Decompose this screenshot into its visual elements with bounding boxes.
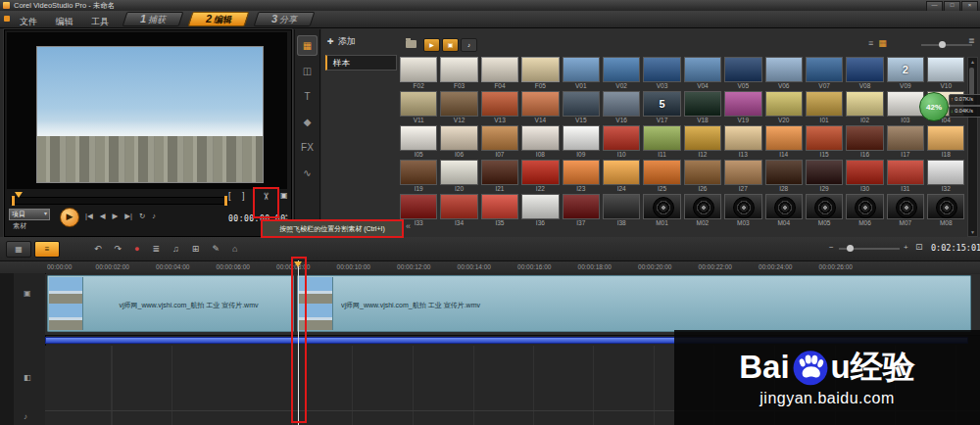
track-manager-button[interactable]: ⊞ (192, 242, 200, 256)
slider-knob[interactable] (939, 41, 946, 48)
video-clip-1[interactable]: vj师网_www.vjshi.com_航拍 工业 宣传片.wmv (47, 275, 294, 332)
library-thumb-V16[interactable]: V16 (603, 91, 640, 123)
library-thumb-I11[interactable]: I11 (643, 125, 680, 158)
timeline-view-button[interactable]: ≡ (34, 241, 60, 258)
volume-button[interactable]: ♪ (152, 211, 156, 222)
menu-file[interactable]: 文件 (13, 14, 44, 30)
library-thumb-I32[interactable]: I32 (927, 160, 964, 192)
library-thumb-I21[interactable]: I21 (481, 160, 518, 192)
transition-tab[interactable]: ◫ (297, 61, 318, 81)
library-thumb-I25[interactable]: I25 (643, 160, 680, 192)
library-thumb-V19[interactable]: V19 (724, 91, 761, 123)
record-button[interactable]: ● (134, 242, 139, 256)
preview-scrubber[interactable] (11, 197, 228, 205)
filter-photo-button[interactable]: ▣ (442, 38, 459, 52)
library-thumb-M04[interactable]: M04 (765, 194, 803, 226)
zoom-slider-knob[interactable] (847, 245, 854, 252)
library-thumb-I35[interactable]: I35 (481, 194, 518, 226)
library-thumb-I18[interactable]: I18 (927, 125, 964, 158)
library-thumb-V05[interactable]: V05 (724, 57, 761, 89)
library-thumb-I28[interactable]: I28 (765, 160, 803, 192)
enlarge-button[interactable]: ▣ (280, 191, 288, 200)
library-scrollbar[interactable]: ▲ ▼ (967, 57, 978, 237)
zoom-in-icon[interactable]: + (904, 243, 908, 252)
library-thumb-V10[interactable]: V10 (927, 57, 964, 89)
library-thumb-I20[interactable]: I20 (440, 160, 477, 192)
library-thumb-V01[interactable]: V01 (563, 57, 600, 89)
library-thumb-V18[interactable]: V18 (684, 91, 721, 123)
filter-video-button[interactable]: ▶ (423, 38, 440, 52)
undo-button[interactable]: ↶ (94, 242, 102, 256)
import-folder-icon[interactable] (406, 40, 416, 48)
network-speed-widget[interactable]: 42% ↑ 0.07K/s ↓ 0.04K/s (919, 90, 980, 125)
trim-end-handle[interactable] (224, 196, 227, 206)
library-thumb-I31[interactable]: I31 (887, 160, 924, 192)
menu-edit[interactable]: 编辑 (48, 14, 79, 30)
library-thumb-I02[interactable]: I02 (846, 91, 883, 123)
scrubber-position-marker[interactable] (15, 192, 23, 202)
library-thumb-I29[interactable]: I29 (806, 160, 843, 192)
library-thumb-I30[interactable]: I30 (846, 160, 883, 192)
library-thumb-V17[interactable]: 5V17 (643, 91, 680, 123)
title-tab[interactable]: T (297, 86, 318, 107)
mark-in-button[interactable]: [ (228, 191, 231, 201)
library-thumb-I38[interactable]: I38 (603, 194, 640, 226)
library-category-sample[interactable]: 样本 (325, 55, 397, 71)
next-frame-button[interactable]: ▶ (113, 211, 119, 222)
library-thumb-M03[interactable]: M03 (724, 194, 761, 226)
collapse-icon[interactable]: « (406, 221, 411, 231)
music-track-header[interactable]: ♪ (24, 412, 27, 421)
filter-audio-button[interactable]: ♪ (461, 38, 477, 52)
library-thumb-F05[interactable]: F05 (521, 57, 559, 89)
thumbnail-size-slider[interactable] (921, 44, 972, 46)
list-view-button[interactable]: ≡ (868, 38, 873, 48)
prev-frame-button[interactable]: ◀ (100, 211, 106, 222)
home-button[interactable]: |◀ (85, 211, 93, 222)
library-thumb-V07[interactable]: V07 (806, 57, 843, 89)
repeat-button[interactable]: ↻ (139, 211, 145, 222)
library-thumb-I13[interactable]: I13 (724, 125, 761, 158)
end-button[interactable]: ▶| (124, 211, 132, 222)
library-thumb-I06[interactable]: I06 (440, 125, 477, 158)
library-thumb-I23[interactable]: I23 (563, 160, 600, 192)
library-thumb-M07[interactable]: M07 (887, 194, 924, 226)
playback-mode-select[interactable]: 项目▾ (9, 209, 50, 220)
library-thumb-M02[interactable]: M02 (684, 194, 721, 226)
library-thumb-V06[interactable]: V06 (765, 57, 803, 89)
library-thumb-V12[interactable]: V12 (440, 91, 477, 123)
library-thumb-V08[interactable]: V08 (846, 57, 883, 89)
library-thumb-I15[interactable]: I15 (806, 125, 843, 158)
storyboard-view-button[interactable]: ▦ (6, 241, 31, 258)
library-thumb-I14[interactable]: I14 (765, 125, 803, 158)
media-library-tab[interactable]: ▦ (297, 35, 318, 56)
chapter-button[interactable]: ⌂ (232, 242, 237, 256)
zoom-out-icon[interactable]: − (829, 243, 834, 252)
library-thumb-I36[interactable]: I36 (521, 194, 559, 226)
sound-mixer-button[interactable]: ≣ (153, 242, 161, 256)
library-thumb-V03[interactable]: V03 (643, 57, 680, 89)
video-clip-2[interactable]: vj师网_www.vjshi.com_航拍 工业 宣传片.wmv (297, 275, 971, 332)
scroll-down-icon[interactable]: ▼ (968, 228, 977, 236)
library-thumb-I19[interactable]: I19 (400, 160, 437, 192)
library-thumb-I16[interactable]: I16 (846, 125, 883, 158)
library-thumb-V13[interactable]: V13 (481, 91, 518, 123)
library-thumb-I27[interactable]: I27 (724, 160, 761, 192)
library-thumb-I37[interactable]: I37 (563, 194, 600, 226)
library-thumb-I12[interactable]: I12 (684, 125, 721, 158)
library-thumb-I05[interactable]: I05 (400, 125, 437, 158)
library-thumb-I10[interactable]: I10 (603, 125, 640, 158)
timeline-zoom-slider[interactable] (839, 248, 900, 250)
library-menu-icon[interactable]: ≣ (968, 36, 975, 45)
library-thumb-V11[interactable]: V11 (400, 91, 437, 123)
fit-project-icon[interactable]: ⊡ (915, 242, 923, 252)
graphic-tab[interactable]: ◆ (297, 112, 318, 132)
library-thumb-V14[interactable]: V14 (521, 91, 559, 123)
library-thumb-M06[interactable]: M06 (846, 194, 883, 226)
library-thumb-V20[interactable]: V20 (765, 91, 803, 123)
library-thumb-V15[interactable]: V15 (563, 91, 600, 123)
clip-mode-label[interactable]: 素材 (13, 221, 26, 231)
library-thumb-M08[interactable]: M08 (927, 194, 964, 226)
library-thumb-I22[interactable]: I22 (521, 160, 559, 192)
library-thumb-I26[interactable]: I26 (684, 160, 721, 192)
library-thumb-M05[interactable]: M05 (806, 194, 843, 226)
